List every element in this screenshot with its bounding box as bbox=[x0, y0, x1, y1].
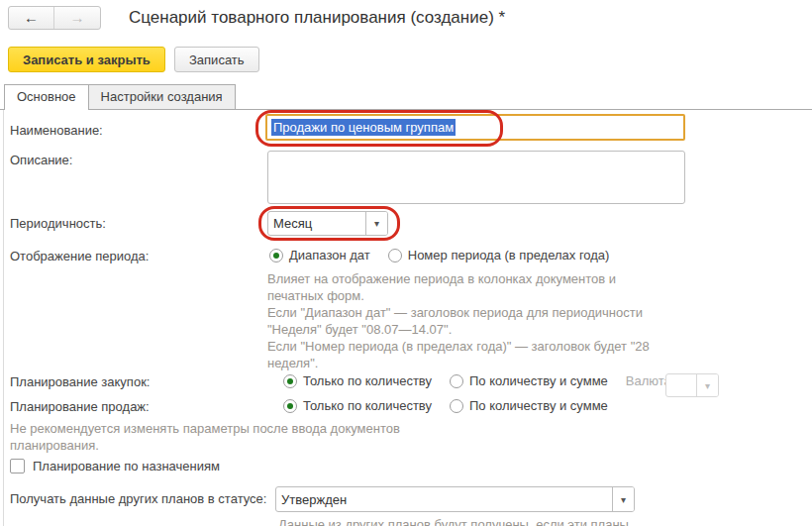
history-nav-group: ← → bbox=[8, 6, 101, 30]
radio-sales-qty-sum[interactable] bbox=[450, 399, 463, 413]
assignment-planning-label: Планирование по назначениям bbox=[33, 459, 220, 473]
radio-purchase-qty-sum-label: По количеству и сумме bbox=[469, 373, 608, 388]
forward-arrow-icon: → bbox=[70, 9, 85, 26]
plans-status-value: Утвержден bbox=[276, 487, 612, 511]
plans-status-label: Получать данные других планов в статусе: bbox=[10, 491, 266, 506]
radio-purchase-qty-sum[interactable] bbox=[450, 374, 463, 388]
tab-creation-settings[interactable]: Настройки создания bbox=[89, 84, 236, 109]
save-and-close-button[interactable]: Записать и закрыть bbox=[8, 47, 165, 72]
radio-date-range-label: Диапазон дат bbox=[289, 248, 370, 263]
radio-period-number[interactable] bbox=[388, 249, 402, 263]
assignment-planning-row: Планирование по назначениям bbox=[10, 459, 220, 473]
name-value-selected: Продажи по ценовым группам bbox=[271, 119, 456, 136]
chevron-down-icon[interactable]: ▾ bbox=[365, 212, 387, 235]
radio-period-number-label: Номер периода (в пределах года) bbox=[408, 248, 610, 263]
description-input[interactable] bbox=[267, 151, 685, 204]
period-display-hint: Влияет на отображение периода в колонках… bbox=[267, 270, 673, 371]
save-button[interactable]: Записать bbox=[174, 47, 259, 72]
name-label: Наименование: bbox=[10, 123, 103, 138]
form-left-border bbox=[3, 110, 4, 526]
periodicity-select[interactable]: Месяц ▾ bbox=[267, 211, 388, 236]
description-label: Описание: bbox=[10, 153, 72, 167]
page-title: Сценарий товарного планирования (создани… bbox=[129, 8, 505, 28]
name-input[interactable]: Продажи по ценовым группам bbox=[265, 114, 685, 141]
back-button[interactable]: ← bbox=[9, 7, 54, 29]
currency-value bbox=[666, 374, 696, 396]
forward-button[interactable]: → bbox=[54, 7, 100, 29]
purchase-planning-label: Планирование закупок: bbox=[10, 374, 150, 389]
sales-planning-radio-group: Только по количеству По количеству и сум… bbox=[283, 398, 626, 413]
radio-sales-qty-only-label: Только по количеству bbox=[303, 398, 432, 413]
sales-planning-label: Планирование продаж: bbox=[10, 399, 150, 414]
periodicity-value: Месяц bbox=[268, 212, 365, 235]
back-arrow-icon: ← bbox=[24, 9, 39, 26]
radio-sales-qty-sum-label: По количеству и сумме bbox=[469, 398, 608, 413]
period-display-label: Отображение периода: bbox=[10, 249, 149, 263]
periodicity-label: Периодичность: bbox=[10, 216, 106, 231]
radio-purchase-qty-only-label: Только по количеству bbox=[303, 373, 432, 388]
assignment-planning-checkbox[interactable] bbox=[10, 459, 25, 473]
radio-date-range[interactable] bbox=[269, 249, 283, 263]
plans-status-chevron-down-icon[interactable]: ▾ bbox=[612, 487, 634, 511]
period-display-radio-group: Диапазон дат Номер периода (в пределах г… bbox=[269, 248, 627, 263]
tab-bar: Основное Настройки создания bbox=[4, 84, 236, 110]
radio-sales-qty-only[interactable] bbox=[283, 399, 297, 413]
parameters-warning-text: Не рекомендуется изменять параметры посл… bbox=[10, 420, 436, 454]
radio-purchase-qty-only[interactable] bbox=[283, 374, 297, 388]
plans-status-hint: Данные из других планов будут получены, … bbox=[278, 516, 694, 526]
scenario-form-window: ← → Сценарий товарного планирования (соз… bbox=[0, 0, 812, 526]
plans-status-select[interactable]: Утвержден ▾ bbox=[275, 486, 635, 512]
tab-main[interactable]: Основное bbox=[4, 84, 89, 110]
currency-chevron-down-icon: ▾ bbox=[696, 374, 718, 396]
purchase-planning-radio-group: Только по количеству По количеству и сум… bbox=[283, 373, 682, 388]
currency-select[interactable]: ▾ bbox=[665, 373, 719, 397]
